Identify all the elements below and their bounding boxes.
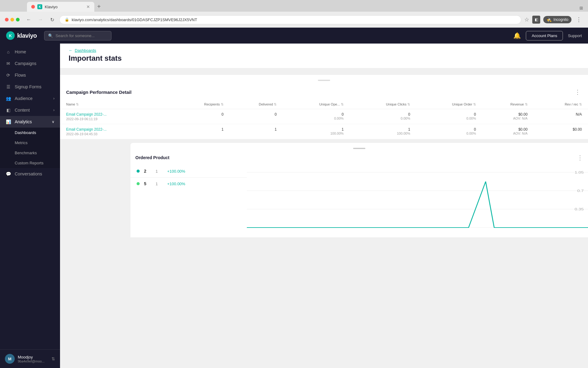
ordered-panel-title: Ordered Product	[135, 155, 169, 160]
campaign-link-1[interactable]: Email Campaign 2022-...	[66, 112, 165, 117]
app-logo[interactable]: K klaviyo	[6, 31, 37, 40]
campaign-panel-drag-handle[interactable]	[60, 75, 588, 83]
col-header-delivered[interactable]: Delivered ⇅	[227, 100, 281, 109]
cell-unique-clicks-1: 0 0.00%	[347, 109, 414, 124]
dashboards-label: Dashboards	[15, 130, 36, 135]
col-header-rev-rec[interactable]: Rev / rec ⇅	[531, 100, 588, 109]
window-maximize-btn[interactable]	[16, 18, 20, 21]
browser-back-button[interactable]: ←	[24, 15, 33, 24]
logo-icon: K	[6, 31, 15, 40]
sidebar-item-label: Signup Forms	[15, 84, 41, 89]
search-placeholder: Search for someone...	[55, 33, 95, 38]
browser-forward-button[interactable]: →	[36, 15, 45, 24]
user-avatar: M	[5, 354, 15, 364]
sidebar-item-conversations[interactable]: 💬 Conversations	[0, 168, 60, 180]
sidebar-sub-item-custom-reports[interactable]: Custom Reports	[0, 158, 60, 168]
metric-row-1: 2 1 +100.00%	[130, 165, 247, 178]
content-icon: ◧	[6, 107, 11, 113]
sidebar-item-label: Analytics	[15, 119, 32, 124]
sidebar-item-content[interactable]: ◧ Content ›	[0, 104, 60, 116]
sidebar-sub-item-metrics[interactable]: Metrics	[0, 138, 60, 148]
svg-text:1.05: 1.05	[575, 171, 584, 174]
metric-dot-2	[137, 182, 140, 185]
browser-tab[interactable]: K Klaviyo ✕	[27, 2, 94, 12]
sidebar-sub-item-dashboards[interactable]: Dashboards	[0, 128, 60, 138]
col-header-recipients[interactable]: Recipients ⇅	[171, 100, 227, 109]
ordered-product-panel: Ordered Product ⋮ 2 1 +100.00%	[130, 143, 588, 237]
col-header-unique-opens[interactable]: Unique Ope... ⇅	[280, 100, 347, 109]
support-link[interactable]: Support	[568, 33, 582, 38]
bell-icon[interactable]: 🔔	[513, 32, 521, 39]
campaigns-icon: ✉	[6, 61, 11, 66]
campaign-panel-menu-button[interactable]: ⋮	[573, 87, 582, 97]
sidebar-item-flows[interactable]: ⟳ Flows	[0, 69, 60, 81]
metric-count-2: 1	[156, 182, 163, 186]
ordered-panel-menu-button[interactable]: ⋮	[577, 154, 583, 161]
incognito-badge: 🕵️ Incognito	[543, 16, 571, 23]
extension-icon[interactable]: ◧	[532, 16, 540, 24]
sidebar-item-audience[interactable]: 👥 Audience ›	[0, 93, 60, 104]
campaign-performance-panel: Campaign Performance Detail ⋮ Name ⇅	[60, 75, 588, 139]
metrics-label: Metrics	[15, 140, 28, 145]
cell-unique-order-1: 0 0.00%	[414, 109, 480, 124]
address-bar[interactable]: 🔒 klaviyo.com/analytics/dashboards/01GDA…	[59, 15, 521, 24]
metric-change-2: +100.00%	[167, 182, 185, 186]
campaign-link-2[interactable]: Email Campaign 2022-...	[66, 127, 165, 132]
col-header-name[interactable]: Name ⇅	[60, 100, 171, 109]
sidebar-item-label: Flows	[15, 73, 26, 78]
svg-text:0.7: 0.7	[577, 189, 584, 193]
sort-icon-rev-rec: ⇅	[579, 102, 582, 106]
new-tab-button[interactable]: +	[94, 2, 104, 11]
sidebar-item-analytics[interactable]: 📊 Analytics ∨	[0, 116, 60, 128]
col-header-unique-order[interactable]: Unique Order ⇅	[414, 100, 480, 109]
content-arrow-icon: ›	[53, 108, 55, 112]
tab-title: Klaviyo	[45, 5, 58, 9]
account-plans-button[interactable]: Account Plans	[526, 31, 563, 40]
tab-favicon: K	[37, 4, 42, 9]
search-box[interactable]: 🔍 Search for someone...	[44, 31, 111, 40]
sort-icon-delivered: ⇅	[274, 102, 277, 106]
bookmark-icon[interactable]: ☆	[524, 16, 529, 23]
cell-recipients-2: 1	[171, 124, 227, 139]
metric-row-2: 5 1 +100.00%	[130, 178, 247, 190]
window-minimize-btn[interactable]	[10, 18, 14, 21]
cell-delivered-2: 1	[227, 124, 281, 139]
window-close-btn[interactable]	[5, 18, 9, 21]
cell-rev-rec-1: N/A	[531, 109, 588, 124]
col-header-unique-clicks[interactable]: Unique Clicks ⇅	[347, 100, 414, 109]
browser-menu-button[interactable]: ⋮	[575, 15, 583, 24]
sort-icon-unique-order: ⇅	[473, 102, 476, 106]
sort-icon-recipients: ⇅	[221, 102, 224, 106]
ordered-panel-drag-handle[interactable]	[130, 143, 588, 151]
cell-rev-rec-2: $0.00	[531, 124, 588, 139]
search-icon: 🔍	[48, 33, 53, 38]
page-title: Important stats	[69, 54, 579, 63]
tab-close-dot	[31, 5, 35, 9]
analytics-icon: 📊	[6, 119, 11, 125]
col-header-revenue[interactable]: Revenue ⇅	[480, 100, 531, 109]
custom-reports-label: Custom Reports	[15, 161, 43, 165]
cell-unique-clicks-2: 1 100.00%	[347, 124, 414, 139]
tab-x-icon[interactable]: ✕	[86, 4, 90, 9]
sidebar-item-campaigns[interactable]: ✉ Campaigns	[0, 58, 60, 69]
sidebar-item-label: Content	[15, 108, 30, 113]
sidebar-item-label: Conversations	[15, 171, 42, 176]
campaign-date-2: 2022-09-19 04:45:33	[66, 132, 165, 136]
sidebar-item-label: Home	[15, 49, 26, 54]
metric-change-1: +100.00%	[167, 169, 185, 174]
sidebar-item-home[interactable]: ⌂ Home	[0, 46, 60, 58]
cell-unique-order-2: 0 0.00%	[414, 124, 480, 139]
cell-revenue-2: $0.00 AOV: N/A	[480, 124, 531, 139]
sidebar-sub-item-benchmarks[interactable]: Benchmarks	[0, 148, 60, 158]
sort-icon-revenue: ⇅	[525, 102, 528, 106]
cell-delivered-1: 0	[227, 109, 281, 124]
campaign-date-1: 2022-09-19 06:11:19	[66, 117, 165, 121]
sidebar-item-signup-forms[interactable]: ☰ Signup Forms	[0, 81, 60, 93]
metric-count-1: 1	[156, 169, 163, 174]
sidebar-footer[interactable]: M Moodjoy 9ba4e9ef@moo... ⇅	[0, 349, 60, 368]
tab-manager-icon[interactable]: ⊞	[579, 6, 583, 10]
conversations-icon: 💬	[6, 171, 11, 177]
incognito-icon: 🕵️	[546, 17, 552, 22]
browser-refresh-button[interactable]: ↻	[48, 15, 56, 24]
breadcrumb-link[interactable]: Dashboards	[75, 48, 96, 53]
